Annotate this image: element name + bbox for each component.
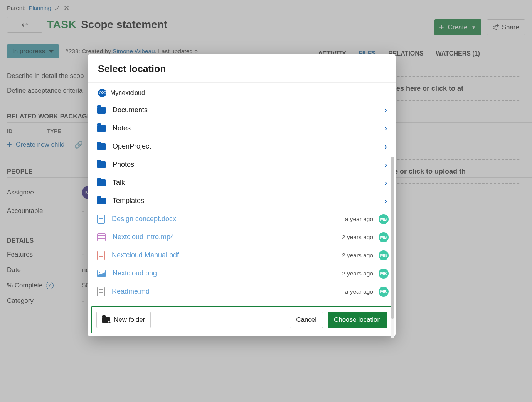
chevron-right-icon[interactable]: › — [384, 142, 389, 151]
user-avatar: MB — [379, 269, 389, 279]
file-row: Nextcloud Manual.pdf2 years agoMB — [97, 246, 389, 264]
folder-row[interactable]: Talk› — [97, 174, 389, 192]
cancel-button[interactable]: Cancel — [290, 312, 323, 328]
chevron-right-icon[interactable]: › — [384, 160, 389, 169]
select-location-modal: Select location Mynextcloud Documents› N… — [88, 54, 396, 336]
user-avatar: MB — [379, 250, 389, 260]
nextcloud-icon — [98, 89, 106, 97]
pdf-icon — [97, 251, 105, 260]
folder-row[interactable]: Notes› — [97, 119, 389, 137]
breadcrumb[interactable]: Mynextcloud — [88, 83, 396, 100]
folder-icon — [97, 125, 106, 132]
video-icon — [97, 233, 106, 241]
user-avatar: MB — [379, 214, 389, 224]
image-icon — [97, 270, 106, 277]
choose-location-button[interactable]: Choose location — [328, 312, 387, 328]
scrollbar[interactable] — [391, 157, 394, 338]
folder-icon — [97, 107, 106, 114]
text-file-icon — [97, 287, 105, 296]
folder-list[interactable]: Documents› Notes› OpenProject› Photos› T… — [88, 100, 396, 304]
chevron-right-icon[interactable]: › — [384, 196, 389, 205]
folder-icon — [97, 161, 106, 168]
folder-icon — [97, 198, 106, 204]
user-avatar: MB — [379, 287, 389, 297]
chevron-right-icon[interactable]: › — [384, 178, 389, 187]
breadcrumb-root: Mynextcloud — [110, 90, 145, 96]
document-icon — [97, 215, 105, 224]
folder-row[interactable]: Templates› — [97, 192, 389, 210]
file-row: Readme.mda year agoMB — [97, 282, 389, 301]
file-row: Nextcloud intro.mp42 years agoMB — [97, 228, 389, 246]
file-row: Design concept.docxa year agoMB — [97, 210, 389, 228]
modal-title: Select location — [88, 54, 396, 82]
folder-icon — [97, 179, 106, 186]
user-avatar: MB — [379, 232, 389, 242]
chevron-right-icon[interactable]: › — [384, 106, 389, 115]
modal-footer: New folder Cancel Choose location — [91, 306, 392, 333]
file-row: Nextcloud.png2 years agoMB — [97, 264, 389, 282]
new-folder-icon — [102, 317, 110, 323]
chevron-right-icon[interactable]: › — [384, 124, 389, 133]
scrollbar-thumb[interactable] — [391, 157, 394, 319]
folder-icon — [97, 143, 106, 150]
folder-row[interactable]: Documents› — [97, 101, 389, 119]
folder-row[interactable]: OpenProject› — [97, 137, 389, 155]
new-folder-button[interactable]: New folder — [96, 312, 151, 328]
folder-row[interactable]: Photos› — [97, 155, 389, 174]
